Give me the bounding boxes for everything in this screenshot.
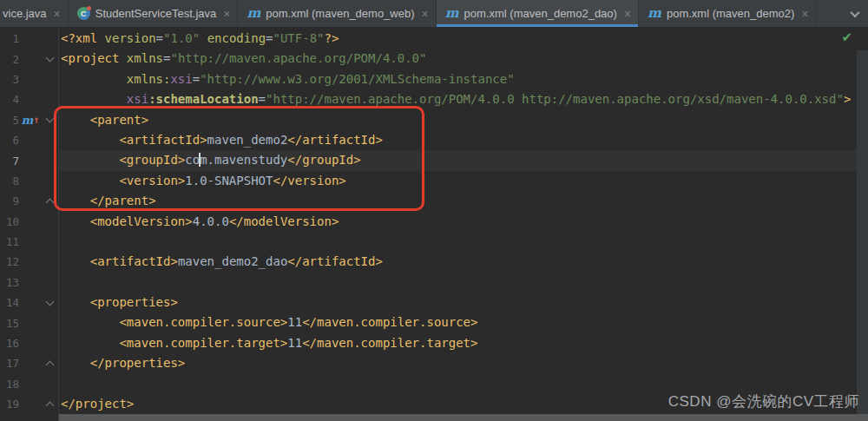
code-line[interactable]: </parent>	[59, 191, 868, 211]
code-line[interactable]: xmlns:xsi="http://www.w3.org/2001/XMLSch…	[59, 69, 868, 89]
code-segment-string: "http://maven.apache.org/POM/4.0.0"	[170, 51, 426, 65]
code-line[interactable]: xsi:schemaLocation="http://maven.apache.…	[59, 89, 868, 109]
line-number: 8	[0, 174, 19, 187]
tab-pom-xml-maven-demo2[interactable]: mpom.xml (maven_demo2)×	[639, 0, 816, 27]
line-number: 14	[0, 296, 19, 309]
code-line[interactable]: <version>1.0-SNAPSHOT</version>	[59, 171, 868, 191]
code-segment-tag: <maven.compiler.source>	[119, 315, 287, 329]
gutter-row: 5m↑	[0, 110, 58, 130]
fold-end-icon[interactable]	[45, 360, 54, 369]
close-icon[interactable]: ×	[54, 8, 61, 20]
code-segment-plain	[61, 295, 90, 309]
line-number: 9	[0, 194, 19, 207]
code-segment-plain: =	[156, 31, 163, 45]
code-line[interactable]: <modelVersion>4.0.0</modelVersion>	[59, 212, 868, 232]
vertical-scrollbar[interactable]	[857, 50, 868, 414]
fold-end-icon[interactable]	[45, 198, 54, 207]
gutter-row: 14	[0, 293, 58, 312]
close-icon[interactable]: ×	[422, 8, 429, 20]
tab-vice-java[interactable]: vice.java×	[0, 0, 69, 27]
code-segment-plain	[61, 174, 119, 187]
tab-pom-xml-maven-demo-web[interactable]: mpom.xml (maven_demo_web)×	[238, 0, 436, 27]
code-line[interactable]: <artifactId>maven_demo2_dao</artifactId>	[59, 252, 868, 272]
gutter-row: 2	[0, 49, 58, 69]
code-segment-plain	[61, 315, 119, 329]
code-segment-tag: </project>	[61, 397, 134, 411]
chevron-down-icon[interactable]	[842, 0, 868, 27]
gutter-row: 12	[0, 252, 58, 272]
java-test-class-icon: C	[77, 7, 90, 20]
code-segment-string: "1.0"	[163, 31, 200, 45]
code-line[interactable]: <maven.compiler.source>11</maven.compile…	[59, 312, 868, 332]
code-segment-text: 11	[287, 336, 302, 350]
line-number: 5	[0, 114, 19, 127]
code-segment-plain	[61, 92, 127, 106]
code-segment-tag: <artifactId>	[119, 133, 207, 147]
code-line[interactable]	[59, 232, 868, 252]
code-area[interactable]: <?xml version="1.0" encoding="UTF-8"?><p…	[59, 28, 868, 421]
code-segment-text: 1.0-SNAPSHOT	[185, 174, 273, 187]
line-number: 19	[0, 398, 19, 411]
fold-slot	[42, 359, 57, 368]
line-number: 2	[0, 53, 19, 66]
code-line[interactable]: <?xml version="1.0" encoding="UTF-8"?>	[59, 29, 868, 49]
horizontal-scrollbar[interactable]	[59, 414, 868, 421]
close-icon[interactable]: ×	[624, 8, 631, 20]
fold-slot	[42, 400, 57, 409]
gutter-row: 18	[0, 374, 58, 394]
gutter-row: 16	[0, 333, 58, 353]
code-segment-text: co	[185, 153, 200, 167]
gutter-row: 8	[0, 171, 58, 191]
maven-icon: m	[648, 7, 661, 20]
fold-expanded-icon[interactable]	[45, 115, 54, 123]
fold-expanded-icon[interactable]	[45, 297, 54, 306]
line-number: 6	[0, 134, 19, 147]
close-icon[interactable]: ×	[223, 8, 230, 20]
code-line[interactable]: <project xmlns="http://maven.apache.org/…	[59, 49, 868, 69]
code-segment-string: "http://maven.apache.org/POM/4.0.0 http:…	[266, 92, 844, 106]
code-segment-plain	[61, 336, 119, 350]
code-segment-plain	[61, 214, 90, 228]
code-line[interactable]: <maven.compiler.target>11</maven.compile…	[59, 333, 868, 353]
code-segment-plain	[61, 113, 90, 127]
tab-pom-xml-maven-demo2-dao[interactable]: mpom.xml (maven_demo2_dao)×	[437, 0, 639, 27]
code-segment-tag: <?xml	[61, 31, 105, 45]
code-segment-tag: </groupId>	[287, 153, 360, 167]
code-line[interactable]: </properties>	[59, 353, 868, 373]
fold-expanded-icon[interactable]	[45, 54, 54, 62]
maven-parent-pom-icon[interactable]: m	[22, 114, 34, 127]
code-segment-string: "http://www.w3.org/2001/XMLSchema-instan…	[200, 72, 514, 86]
fold-end-icon[interactable]	[45, 401, 54, 410]
code-segment-attr-bold: :schemaLocation	[148, 92, 258, 106]
tab-label: pom.xml (maven_demo2)	[667, 7, 794, 20]
inspection-ok-icon[interactable]: ✔	[841, 30, 852, 45]
code-line[interactable]: <groupId>com.mavenstudy</groupId>	[59, 150, 868, 170]
tab-label: pom.xml (maven_demo2_dao)	[464, 7, 617, 20]
code-line[interactable]: <artifactId>maven_demo2</artifactId>	[59, 130, 868, 150]
tab-label: StudentServiceTest.java	[95, 7, 216, 20]
fold-slot	[42, 197, 57, 206]
fold-slot	[42, 118, 57, 122]
code-segment-attr: xmlns	[127, 51, 163, 65]
code-segment-tag: <modelVersion>	[90, 214, 193, 228]
code-editor[interactable]: 12345m↑678910111213141516171819 <?xml ve…	[0, 28, 868, 421]
navigate-up-arrow-icon[interactable]: ↑	[33, 114, 39, 126]
code-line[interactable]: <properties>	[59, 293, 868, 312]
code-line[interactable]: <parent>	[59, 110, 868, 130]
tab-bar-tabs: vice.java×CStudentServiceTest.java×mpom.…	[0, 0, 842, 27]
gutter-row: 13	[0, 273, 58, 293]
code-segment-plain: =	[259, 92, 266, 106]
tab-studentservicetest-java[interactable]: CStudentServiceTest.java×	[69, 0, 239, 27]
close-icon[interactable]: ×	[801, 8, 808, 20]
code-segment-tag: ?>	[325, 31, 339, 45]
code-line[interactable]	[59, 273, 868, 293]
code-segment-tag: </properties>	[90, 356, 186, 370]
gutter-row: 1	[0, 29, 58, 49]
code-segment-tag: </maven.compiler.source>	[302, 315, 477, 329]
code-segment-plain: =	[193, 72, 200, 86]
gutter-row: 10	[0, 212, 58, 232]
code-segment-tag: <groupId>	[119, 153, 185, 167]
tab-label: pom.xml (maven_demo_web)	[266, 7, 414, 20]
code-segment-tag: <properties>	[90, 295, 178, 309]
line-number: 3	[0, 73, 19, 86]
